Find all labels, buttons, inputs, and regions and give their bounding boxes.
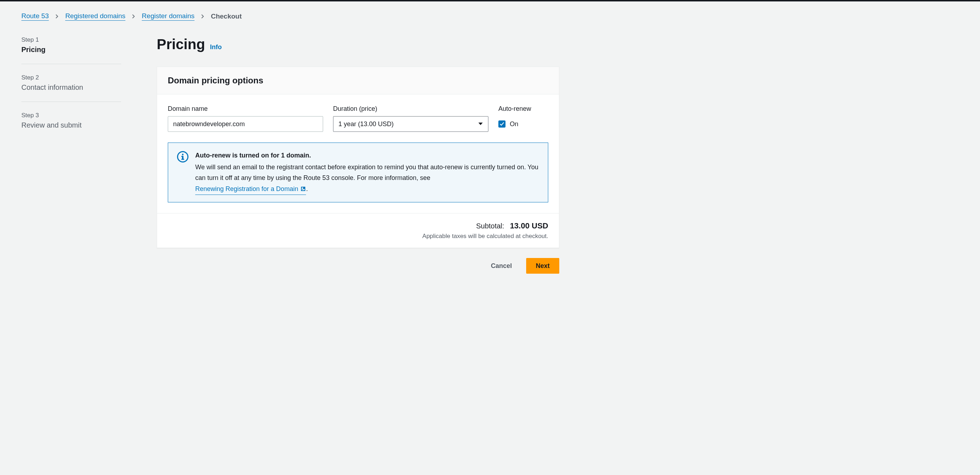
auto-renew-checkbox[interactable] bbox=[498, 120, 506, 128]
panel-title: Domain pricing options bbox=[168, 75, 548, 86]
info-link[interactable]: Info bbox=[210, 43, 222, 51]
info-icon bbox=[177, 151, 189, 163]
duration-group: Duration (price) 1 year (13.00 USD) bbox=[333, 105, 488, 132]
subtotal-value: 13.00 USD bbox=[510, 221, 548, 231]
duration-select[interactable]: 1 year (13.00 USD) bbox=[333, 116, 488, 132]
wizard-step-contact[interactable]: Step 2 Contact information bbox=[21, 74, 121, 102]
main-content: Pricing Info Domain pricing options Doma… bbox=[157, 36, 559, 274]
checkmark-icon bbox=[500, 121, 504, 126]
info-alert: Auto-renew is turned on for 1 domain. We… bbox=[168, 142, 548, 202]
domain-name-group: Domain name bbox=[168, 105, 323, 132]
alert-text: We will send an email to the registrant … bbox=[195, 162, 539, 195]
chevron-right-icon bbox=[132, 14, 135, 19]
wizard-step-review[interactable]: Step 3 Review and submit bbox=[21, 112, 121, 139]
duration-value: 1 year (13.00 USD) bbox=[339, 120, 478, 128]
caret-down-icon bbox=[478, 121, 483, 127]
auto-renew-label: Auto-renew bbox=[498, 105, 548, 113]
chevron-right-icon bbox=[201, 14, 204, 19]
svg-point-1 bbox=[182, 154, 183, 155]
main-layout: Step 1 Pricing Step 2 Contact informatio… bbox=[21, 36, 959, 274]
breadcrumb-link-registered-domains[interactable]: Registered domains bbox=[65, 12, 126, 21]
step-title: Review and submit bbox=[21, 121, 121, 129]
wizard-steps: Step 1 Pricing Step 2 Contact informatio… bbox=[21, 36, 121, 274]
panel-body: Domain name Duration (price) 1 year (13.… bbox=[157, 94, 559, 213]
alert-title: Auto-renew is turned on for 1 domain. bbox=[195, 150, 539, 161]
alert-content: Auto-renew is turned on for 1 domain. We… bbox=[195, 150, 539, 195]
actions-row: Cancel Next bbox=[157, 258, 559, 274]
breadcrumb-link-route53[interactable]: Route 53 bbox=[21, 12, 49, 21]
alert-body-text: We will send an email to the registrant … bbox=[195, 164, 538, 182]
breadcrumb: Route 53 Registered domains Register dom… bbox=[21, 12, 959, 21]
step-number: Step 3 bbox=[21, 112, 121, 119]
duration-label: Duration (price) bbox=[333, 105, 488, 113]
page-title: Pricing bbox=[157, 36, 205, 53]
domain-name-label: Domain name bbox=[168, 105, 323, 113]
svg-rect-3 bbox=[181, 156, 183, 157]
chevron-right-icon bbox=[55, 14, 59, 19]
domain-name-input[interactable] bbox=[168, 116, 323, 132]
breadcrumb-link-register-domains[interactable]: Register domains bbox=[142, 12, 194, 21]
external-link-icon bbox=[300, 186, 306, 192]
auto-renew-group: Auto-renew On bbox=[498, 105, 548, 132]
svg-rect-4 bbox=[181, 159, 184, 160]
step-number: Step 1 bbox=[21, 36, 121, 43]
subtotal-section: Subtotal: 13.00 USD Applicable taxes wil… bbox=[157, 213, 559, 248]
alert-period: . bbox=[306, 185, 308, 193]
pricing-panel: Domain pricing options Domain name Durat… bbox=[157, 67, 559, 248]
link-text: Renewing Registration for a Domain bbox=[195, 183, 298, 194]
page-container: Route 53 Registered domains Register dom… bbox=[0, 2, 980, 284]
subtotal-label: Subtotal: bbox=[476, 222, 504, 230]
auto-renew-row: On bbox=[498, 116, 548, 132]
auto-renew-state: On bbox=[510, 120, 518, 128]
breadcrumb-current: Checkout bbox=[211, 13, 242, 20]
panel-header: Domain pricing options bbox=[157, 67, 559, 94]
cancel-button[interactable]: Cancel bbox=[482, 258, 521, 274]
step-title: Contact information bbox=[21, 83, 121, 92]
page-header: Pricing Info bbox=[157, 36, 559, 53]
step-number: Step 2 bbox=[21, 74, 121, 81]
form-row: Domain name Duration (price) 1 year (13.… bbox=[168, 105, 548, 132]
subtotal-row: Subtotal: 13.00 USD bbox=[168, 221, 548, 231]
step-title: Pricing bbox=[21, 46, 121, 54]
wizard-step-pricing[interactable]: Step 1 Pricing bbox=[21, 36, 121, 64]
next-button[interactable]: Next bbox=[526, 258, 559, 274]
tax-note: Applicable taxes will be calculated at c… bbox=[168, 233, 548, 240]
renewal-doc-link[interactable]: Renewing Registration for a Domain bbox=[195, 183, 306, 195]
